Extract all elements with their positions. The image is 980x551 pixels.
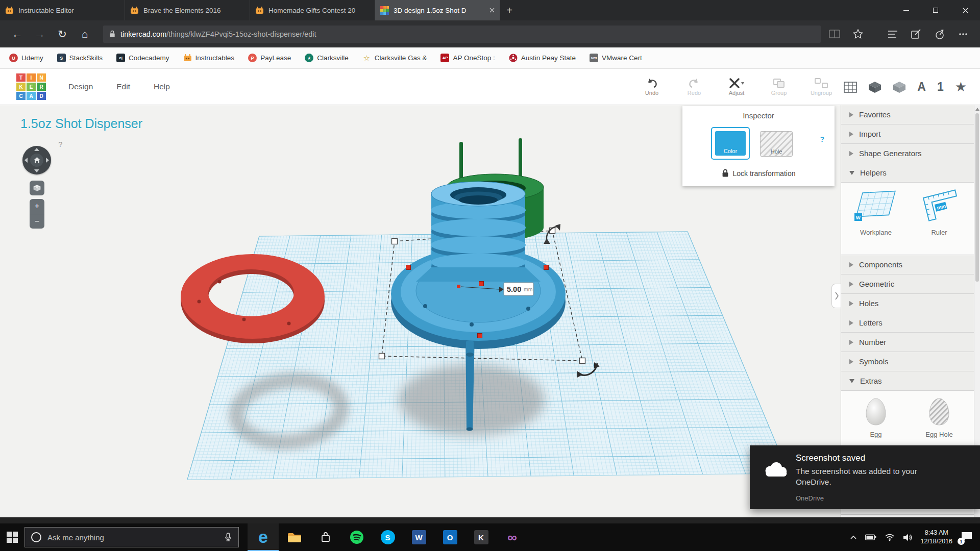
taskbar-file-explorer[interactable]: [279, 523, 310, 551]
zoom-out-button[interactable]: −: [30, 214, 44, 229]
scroll-up-icon[interactable]: [975, 108, 979, 111]
favorite-instructables[interactable]: Instructables: [183, 54, 235, 62]
menu-edit[interactable]: Edit: [116, 82, 130, 91]
sidebar-category-import[interactable]: Import: [841, 124, 974, 144]
ungroup-button[interactable]: Ungroup: [806, 78, 836, 96]
taskbar-word[interactable]: W: [403, 523, 434, 551]
scale-handle-corner[interactable]: [379, 354, 385, 359]
favorite-austin-peay[interactable]: Austin Peay State: [509, 54, 576, 62]
scale-handle-side[interactable]: [544, 265, 549, 270]
battery-icon[interactable]: [865, 534, 876, 541]
favorite-clarksville[interactable]: ★Clarksville: [305, 54, 349, 62]
sidebar-category-number[interactable]: Number: [841, 333, 974, 352]
design-canvas[interactable]: 5.00 mm 1.5oz Shot Dispenser ?: [0, 105, 841, 523]
onedrive-toast-notification[interactable]: Screenshot saved The screenshot was adde…: [750, 445, 980, 509]
sidebar-category-letters[interactable]: Letters: [841, 313, 974, 333]
taskbar-outlook[interactable]: O: [434, 523, 465, 551]
favorite-stackskills[interactable]: SStackSkills: [57, 54, 103, 62]
taskbar-krita[interactable]: K: [465, 523, 497, 551]
zoom-in-button[interactable]: +: [30, 199, 44, 214]
letter-shapes-icon[interactable]: A: [917, 80, 926, 94]
favorite-vmware[interactable]: vmVMware Cert: [590, 54, 642, 62]
dimension-value[interactable]: 5.00: [507, 285, 521, 293]
sidebar-category-symbols[interactable]: Symbols: [841, 352, 974, 371]
sidebar-category-shape-generators[interactable]: Shape Generators: [841, 144, 974, 163]
scrollbar-thumb[interactable]: [975, 113, 979, 282]
shape-workplane[interactable]: w Workplane: [847, 189, 904, 249]
inspector-help-button[interactable]: ?: [820, 135, 824, 143]
microphone-icon[interactable]: [224, 532, 232, 542]
action-center-button[interactable]: 1: [961, 531, 974, 543]
view-navigation-wheel[interactable]: [22, 146, 51, 174]
taskbar-visual-studio[interactable]: ∞: [497, 523, 528, 551]
shape-egg-hole[interactable]: Egg Hole: [911, 397, 968, 438]
new-tab-button[interactable]: +: [500, 0, 519, 20]
sidebar-category-holes[interactable]: Holes: [841, 294, 974, 313]
start-button[interactable]: [0, 523, 24, 551]
taskbar-edge[interactable]: e: [248, 523, 279, 551]
number-shapes-icon[interactable]: 1: [937, 80, 944, 94]
design-title[interactable]: 1.5oz Shot Dispenser: [20, 116, 142, 131]
tinkercad-logo[interactable]: TINKERCAD: [16, 73, 46, 100]
url-field[interactable]: tinkercad.com/things/klwZF4Pvqi5-15oz-sh…: [103, 26, 821, 43]
tray-expand-icon[interactable]: [850, 535, 857, 540]
view-up-arrow-icon[interactable]: [34, 148, 39, 151]
taskbar-skype[interactable]: S: [372, 523, 403, 551]
volume-icon[interactable]: [903, 534, 912, 541]
fit-view-button[interactable]: [30, 181, 44, 195]
shape-ruler[interactable]: mm Ruler: [911, 189, 968, 249]
back-button[interactable]: ←: [6, 24, 29, 44]
sidebar-category-favorites[interactable]: Favorites: [841, 105, 974, 124]
share-button[interactable]: [933, 28, 946, 41]
favorites-star-icon[interactable]: ★: [955, 79, 967, 95]
hole-swatch[interactable]: Hole: [760, 131, 793, 157]
sidebar-category-extras[interactable]: Extras: [841, 371, 974, 391]
view-down-arrow-icon[interactable]: [34, 169, 39, 172]
web-note-button[interactable]: [910, 28, 923, 41]
hub-button[interactable]: [886, 28, 899, 41]
redo-button[interactable]: Redo: [679, 78, 709, 96]
undo-button[interactable]: Undo: [637, 78, 667, 96]
home-view-button[interactable]: [30, 154, 43, 167]
sidebar-category-components[interactable]: Components: [841, 255, 974, 274]
canvas-help-button[interactable]: ?: [58, 140, 62, 148]
taskbar-store[interactable]: [310, 523, 341, 551]
reading-view-button[interactable]: [828, 28, 841, 41]
tab-brave-the-elements[interactable]: Brave the Elements 2016: [125, 0, 250, 20]
lock-transformation-toggle[interactable]: Lock transformation: [682, 169, 835, 178]
menu-help[interactable]: Help: [154, 82, 170, 91]
sidebar-category-helpers[interactable]: Helpers: [841, 163, 974, 183]
maximize-button[interactable]: [921, 0, 950, 20]
textured-box-icon[interactable]: [893, 81, 906, 93]
view-right-arrow-icon[interactable]: [46, 158, 49, 163]
forward-button[interactable]: →: [29, 24, 51, 44]
cortana-search-box[interactable]: Ask me anything: [24, 527, 239, 547]
shape-egg[interactable]: Egg: [847, 397, 904, 438]
group-button[interactable]: Group: [764, 78, 794, 96]
adjust-button[interactable]: Adjust: [722, 78, 751, 96]
sidebar-collapse-handle[interactable]: [831, 284, 841, 308]
minimize-button[interactable]: [891, 0, 921, 20]
scale-handle-side[interactable]: [406, 265, 411, 270]
favorite-paylease[interactable]: PPayLease: [248, 54, 291, 62]
more-actions-button[interactable]: [957, 28, 970, 41]
scale-handle-corner[interactable]: [392, 239, 398, 244]
close-tab-icon[interactable]: [489, 8, 495, 13]
refresh-button[interactable]: ↻: [51, 24, 74, 44]
home-button[interactable]: ⌂: [74, 24, 96, 44]
scale-handle-side[interactable]: [479, 282, 484, 286]
menu-design[interactable]: Design: [68, 82, 93, 91]
color-swatch[interactable]: Color: [715, 131, 746, 156]
close-button[interactable]: [950, 0, 980, 20]
tab-3d-design-active[interactable]: 3D design 1.5oz Shot D: [375, 0, 500, 20]
favorite-udemy[interactable]: UUdemy: [9, 54, 43, 62]
taskbar-clock[interactable]: 8:43 AM 12/18/2016: [920, 529, 952, 546]
view-left-arrow-icon[interactable]: [24, 158, 28, 163]
workplane-grid-icon[interactable]: [844, 82, 857, 93]
sidebar-category-geometric[interactable]: Geometric: [841, 274, 974, 294]
tab-homemade-gifts[interactable]: Homemade Gifts Contest 20: [250, 0, 375, 20]
tab-instructable-editor[interactable]: Instructable Editor: [0, 0, 125, 20]
add-favorite-button[interactable]: [851, 28, 865, 41]
scale-handle-corner[interactable]: [580, 358, 585, 364]
color-swatch-selected[interactable]: Color: [711, 127, 750, 160]
